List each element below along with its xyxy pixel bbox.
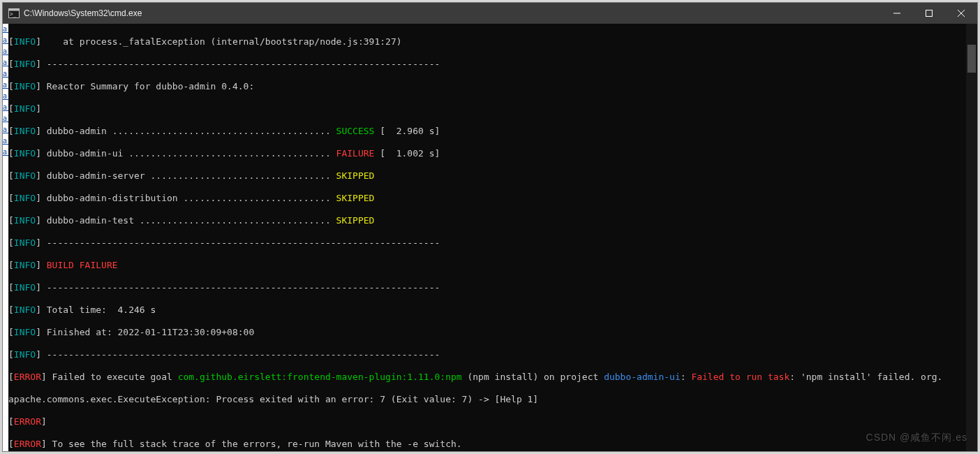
window-title: C:\Windows\System32\cmd.exe xyxy=(24,8,142,18)
maximize-button[interactable] xyxy=(913,3,945,24)
window-controls xyxy=(881,3,977,24)
scroll-thumb[interactable] xyxy=(967,45,976,73)
terminal-output[interactable]: [INFO] at process._fatalException (inter… xyxy=(8,24,966,451)
terminal-area: a] a] a] a] a] a] a] a] a] a] a] a] [INF… xyxy=(3,24,977,451)
titlebar[interactable]: >_ C:\Windows\System32\cmd.exe xyxy=(3,3,977,24)
svg-text:>_: >_ xyxy=(10,11,17,17)
close-button[interactable] xyxy=(945,3,977,24)
vertical-scrollbar[interactable] xyxy=(966,24,977,451)
svg-rect-4 xyxy=(926,10,933,17)
cmd-window: >_ C:\Windows\System32\cmd.exe a] a] a] … xyxy=(2,2,978,452)
cmd-icon: >_ xyxy=(8,8,20,19)
minimize-button[interactable] xyxy=(881,3,913,24)
left-gutter: a] a] a] a] a] a] a] a] a] a] a] a] xyxy=(3,24,8,451)
